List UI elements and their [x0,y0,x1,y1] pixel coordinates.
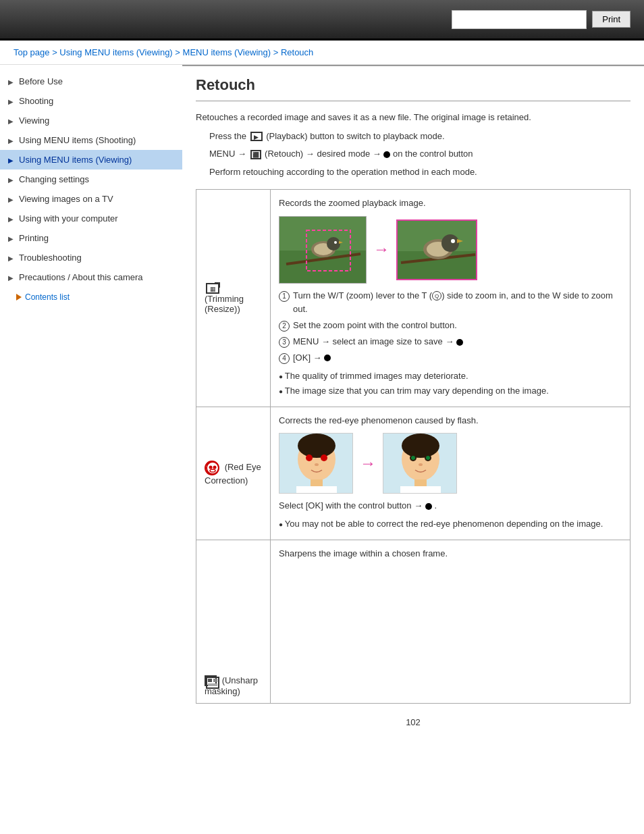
trimming-label: (Trimming (Resize)) [205,294,244,314]
step-text-1: Turn the W/T (zoom) lever to the T (Q) s… [293,289,622,317]
trimming-icon: ▦ [206,283,219,294]
step-line-1: 1 Turn the W/T (zoom) lever to the T (Q)… [279,289,622,317]
svg-point-33 [411,456,415,460]
control-button-icon [383,151,390,158]
trimming-title: Records the zoomed playback image. [279,197,622,211]
contents-arrow-icon [16,294,22,301]
breadcrumb-using-menu-viewing[interactable]: Using MENU items (Viewing) [59,47,172,57]
svg-rect-38 [400,486,441,494]
svg-point-35 [426,456,430,460]
unsharp-title: Sharpens the image within a chosen frame… [279,547,622,561]
redeye-title: Corrects the red-eye phenomenon caused b… [279,414,622,428]
arrow-icon: → [373,236,390,262]
sidebar-item-using-menu-viewing[interactable]: ▶ Using MENU items (Viewing) [0,150,182,170]
step-text-3: MENU → select an image size to save → [293,335,463,349]
step3-text: Perform retouching according to the oper… [209,165,630,180]
svg-point-14 [441,234,459,252]
sidebar-item-viewing-tv[interactable]: ▶ Viewing images on a TV [0,189,182,209]
arrow-icon: ▶ [8,98,15,105]
sidebar-item-label: Troubleshooting [19,253,82,263]
sidebar-item-label: Precautions / About this camera [19,272,143,282]
zoom-icon: Q [432,291,441,301]
svg-point-23 [298,434,336,458]
arrow-icon: ▶ [8,157,15,163]
step-line-2: 2 Set the zoom point with the control bu… [279,319,622,333]
arrow-icon: ▶ [8,137,15,144]
sidebar-item-label: Changing settings [19,174,89,184]
sidebar-item-label: Using with your computer [19,213,118,224]
step-text-2: Set the zoom point with the control butt… [293,319,457,333]
child-svg-after [383,434,457,494]
sidebar-item-label: Shooting [19,96,53,106]
step-num-3: 3 [279,337,290,348]
sidebar-item-precautions[interactable]: ▶ Precautions / About this camera [0,267,182,287]
redeye-label-cell: (Red Eye Correction) [196,407,271,540]
sidebar-item-printing[interactable]: ▶ Printing [0,228,182,248]
step1-text: Press the ▶ (Playback) button to switch … [209,130,630,144]
search-input[interactable] [452,10,587,29]
header: Print [0,0,644,41]
bullet-item: The quality of trimmed images may deteri… [279,369,622,383]
sidebar-item-changing-settings[interactable]: ▶ Changing settings [0,170,182,189]
sidebar: ▶ Before Use ▶ Shooting ▶ Viewing ▶ Usin… [0,65,182,741]
svg-point-26 [315,463,319,466]
sidebar-item-before-use[interactable]: ▶ Before Use [0,72,182,91]
unsharp-label-cell: (Unsharp masking) [196,540,271,704]
svg-point-5 [327,237,340,251]
svg-point-6 [334,241,337,244]
breadcrumb-sep1: > [52,47,59,57]
table-row: ▦ (Trimming (Resize)) Records the zoomed… [196,189,630,407]
arrow-icon: ▶ [8,215,15,222]
playback-icon: ▶ [250,132,263,141]
bird-image-before [279,216,367,284]
sidebar-item-label: Printing [19,233,49,243]
arrow-icon: ▶ [8,235,15,242]
breadcrumb: Top page > Using MENU items (Viewing) > … [0,41,644,65]
svg-point-19 [213,466,217,469]
breadcrumb-top[interactable]: Top page [14,47,50,57]
control-button-icon-4 [324,355,331,361]
trimming-content-cell: Records the zoomed playback image. [271,189,630,407]
sidebar-item-label: Before Use [19,76,63,86]
step-num-2: 2 [279,321,290,332]
sidebar-item-using-menu-shooting[interactable]: ▶ Using MENU items (Shooting) [0,130,182,150]
control-button-icon-re [425,503,432,510]
bullet-item: You may not be able to correct the red-e… [279,517,622,531]
trimming-steps: 1 Turn the W/T (zoom) lever to the T (Q)… [279,289,622,365]
redeye-bullets: You may not be able to correct the red-e… [279,517,622,531]
unsharp-icon [205,675,217,686]
step-line-4: 4 [OK] → [279,351,622,365]
child-image-after [383,433,457,494]
header-controls: Print [452,10,630,29]
svg-point-15 [451,239,455,243]
breadcrumb-menu-items[interactable]: MENU items (Viewing) [183,47,271,57]
sidebar-item-using-computer[interactable]: ▶ Using with your computer [0,209,182,228]
step-num-1: 1 [279,291,290,302]
retouch-table: ▦ (Trimming (Resize)) Records the zoomed… [196,189,630,704]
redeye-icon [205,461,219,475]
svg-point-25 [321,454,327,461]
sidebar-item-label: Viewing [19,115,49,126]
sidebar-item-shooting[interactable]: ▶ Shooting [0,91,182,111]
svg-point-18 [209,466,213,469]
breadcrumb-retouch[interactable]: Retouch [281,47,313,57]
trimming-bullets: The quality of trimmed images may deteri… [279,369,622,398]
redeye-select-text: Select [OK] with the control button → . [279,499,622,513]
svg-rect-41 [213,679,217,682]
arrow-icon: ▶ [8,176,15,183]
control-button-icon-3 [456,339,463,346]
print-button[interactable]: Print [592,11,630,28]
bird-svg-right [398,221,477,280]
svg-point-36 [419,463,423,466]
svg-rect-40 [208,679,212,682]
contents-list-link[interactable]: Contents list [0,287,182,307]
table-row: (Unsharp masking) Sharpens the image wit… [196,540,630,704]
sidebar-item-label: Using MENU items (Viewing) [19,155,132,165]
contents-list-label: Contents list [25,292,70,302]
sidebar-item-troubleshooting[interactable]: ▶ Troubleshooting [0,248,182,267]
sidebar-item-viewing[interactable]: ▶ Viewing [0,111,182,130]
bird-image-after [396,219,477,280]
svg-point-24 [306,454,313,461]
bird-image-container: → [279,216,622,284]
bird-svg-left [279,217,367,284]
